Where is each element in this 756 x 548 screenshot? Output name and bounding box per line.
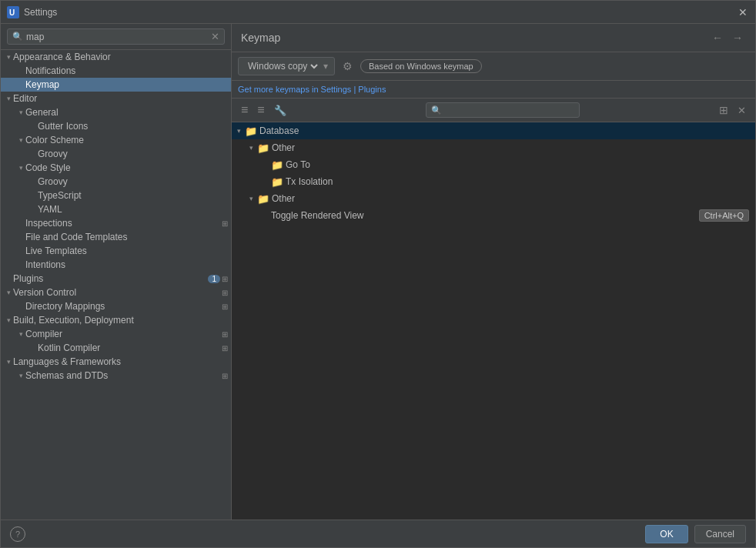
sidebar-item-typescript[interactable]: TypeScript <box>1 189 231 202</box>
filter-button[interactable]: 🔧 <box>271 103 289 118</box>
panel-title: Keymap <box>241 32 280 44</box>
row-main-cell: ▾ 📁 Other <box>232 142 663 154</box>
svg-text:U: U <box>9 8 15 17</box>
sidebar-item-groovy-code[interactable]: Groovy <box>1 175 231 189</box>
sidebar-item-file-code-templates[interactable]: File and Code Templates <box>1 230 231 244</box>
main-content: 🔍 ✕ ▾ Appearance & Behavior Notification… <box>1 24 755 520</box>
sidebar-item-label: Compiler <box>25 329 222 339</box>
expand-icon: ⊞ <box>222 219 228 228</box>
expand-all-button[interactable]: ≡ <box>238 102 251 119</box>
keymap-tree-table: ▾ 📁 Database ▾ 📁 Other <box>232 122 755 520</box>
sidebar-item-keymap[interactable]: Keymap <box>1 78 231 92</box>
row-arrow: ▾ <box>247 195 255 202</box>
right-panel: Keymap ← → Windows copy ▾ ⚙ Based on Win… <box>232 24 755 520</box>
ok-button[interactable]: OK <box>645 525 687 543</box>
sidebar-item-plugins[interactable]: Plugins 1 ⊞ <box>1 272 231 286</box>
table-row[interactable]: ▾ 📁 Database <box>232 122 755 139</box>
sidebar-item-label: Schemas and DTDs <box>25 370 222 381</box>
nav-back-button[interactable]: ← <box>709 30 726 45</box>
row-main-cell: 📁 Go To <box>232 159 663 171</box>
sidebar-item-languages-frameworks[interactable]: ▾ Languages & Frameworks <box>1 355 231 369</box>
table-row[interactable]: ▾ 📁 Other <box>232 190 755 207</box>
sidebar-item-label: General <box>25 107 231 118</box>
sidebar-item-compiler[interactable]: ▾ Compiler ⊞ <box>1 327 231 341</box>
nav-forward-button[interactable]: → <box>729 30 746 45</box>
search-input[interactable] <box>26 32 208 42</box>
arrow-icon <box>28 150 38 158</box>
close-button[interactable]: ✕ <box>737 6 749 18</box>
row-arrow <box>261 161 269 169</box>
sidebar-item-label: Editor <box>13 93 231 104</box>
sidebar: 🔍 ✕ ▾ Appearance & Behavior Notification… <box>1 24 232 520</box>
row-label: Tx Isolation <box>286 176 333 187</box>
sidebar-item-label: File and Code Templates <box>25 232 231 242</box>
sidebar-item-editor[interactable]: ▾ Editor <box>1 92 231 105</box>
sidebar-item-groovy-color[interactable]: Groovy <box>1 147 231 161</box>
search-clear-button[interactable]: ✕ <box>211 31 219 42</box>
cancel-button[interactable]: Cancel <box>694 525 746 543</box>
sidebar-item-label: Kotlin Compiler <box>38 342 222 353</box>
panel-header: Keymap ← → <box>232 24 755 52</box>
sidebar-item-label: Live Templates <box>25 246 231 256</box>
row-label: Database <box>259 125 299 136</box>
expand-icon: ⊞ <box>222 330 228 339</box>
sidebar-item-directory-mappings[interactable]: Directory Mappings ⊞ <box>1 299 231 313</box>
help-button[interactable]: ? <box>10 526 25 542</box>
row-main-cell: ▾ 📁 Database <box>232 125 663 137</box>
search-filter-icon: 🔍 <box>431 105 442 115</box>
sidebar-item-appearance[interactable]: ▾ Appearance & Behavior <box>1 50 231 64</box>
search-filter-input[interactable] <box>445 105 574 115</box>
expand-icon: ⊞ <box>222 275 228 283</box>
arrow-icon: ▾ <box>4 95 13 102</box>
toolbar-icon-button1[interactable]: ⊞ <box>716 102 731 118</box>
keymap-scheme-select[interactable]: Windows copy ▾ <box>238 57 335 75</box>
sidebar-item-schemas-dtds[interactable]: ▾ Schemas and DTDs ⊞ <box>1 369 231 383</box>
search-input-wrapper: 🔍 ✕ <box>7 28 225 45</box>
table-row[interactable]: 📁 Tx Isolation <box>232 173 755 190</box>
keymap-settings-button[interactable]: ⚙ <box>340 58 356 74</box>
sidebar-item-live-templates[interactable]: Live Templates <box>1 244 231 258</box>
sidebar-item-version-control[interactable]: ▾ Version Control ⊞ <box>1 286 231 299</box>
sidebar-item-label: Intentions <box>25 259 231 270</box>
sidebar-item-label: Languages & Frameworks <box>13 356 231 367</box>
table-row[interactable]: ▾ 📁 Other <box>232 139 755 156</box>
sidebar-item-intentions[interactable]: Intentions <box>1 258 231 272</box>
arrow-icon: ▾ <box>4 53 13 61</box>
expand-icon: ⊞ <box>222 289 228 297</box>
arrow-icon: ▾ <box>4 316 13 324</box>
sidebar-item-gutter-icons[interactable]: Gutter Icons <box>1 119 231 133</box>
sidebar-item-color-scheme[interactable]: ▾ Color Scheme <box>1 133 231 147</box>
sidebar-item-kotlin-compiler[interactable]: Kotlin Compiler ⊞ <box>1 341 231 355</box>
search-bar: 🔍 ✕ <box>1 24 231 50</box>
search-icon: 🔍 <box>12 32 23 42</box>
sidebar-item-general[interactable]: ▾ General <box>1 105 231 119</box>
collapse-all-button[interactable]: ≡ <box>254 102 267 119</box>
toolbar-close-button[interactable]: ✕ <box>734 103 749 118</box>
sidebar-item-notifications[interactable]: Notifications <box>1 64 231 78</box>
get-more-link[interactable]: Get more keymaps in Settings | Plugins <box>238 85 386 94</box>
action-toolbar: ≡ ≡ 🔧 🔍 ⊞ ✕ <box>232 99 755 122</box>
window-title: Settings <box>24 7 57 18</box>
bottom-bar: ? OK Cancel <box>1 520 755 547</box>
arrow-icon: ▾ <box>16 109 25 116</box>
sidebar-item-label: Plugins <box>13 273 208 284</box>
table-row[interactable]: 📁 Go To <box>232 156 755 173</box>
title-bar: U Settings ✕ <box>1 1 755 24</box>
arrow-icon <box>16 233 25 241</box>
table-row[interactable]: Toggle Rendered View Ctrl+Alt+Q <box>232 207 755 224</box>
arrow-icon <box>16 302 25 310</box>
keymap-select-input[interactable]: Windows copy <box>245 60 320 72</box>
expand-icon: ⊞ <box>222 344 228 353</box>
sidebar-item-code-style[interactable]: ▾ Code Style <box>1 161 231 175</box>
row-label: Go To <box>286 159 310 170</box>
folder-icon: 📁 <box>271 159 283 171</box>
row-label: Other <box>272 193 295 204</box>
arrow-icon: ▾ <box>16 330 25 338</box>
sidebar-item-label: TypeScript <box>38 190 231 201</box>
sidebar-item-label: Appearance & Behavior <box>13 52 231 62</box>
arrow-icon: ▾ <box>16 136 25 144</box>
folder-icon: 📁 <box>245 125 257 137</box>
sidebar-item-inspections[interactable]: Inspections ⊞ <box>1 216 231 230</box>
sidebar-item-build-execution[interactable]: ▾ Build, Execution, Deployment <box>1 313 231 327</box>
sidebar-item-yaml[interactable]: YAML <box>1 202 231 216</box>
